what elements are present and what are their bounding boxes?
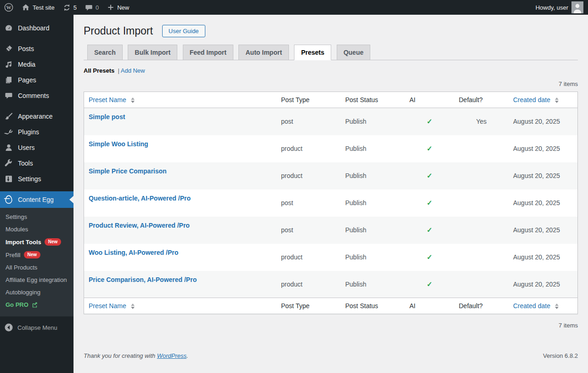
column-header-post-status: Post Status — [341, 92, 405, 108]
cell-post-type: product — [277, 162, 341, 189]
preset-link[interactable]: Simple post — [89, 113, 125, 121]
site-menu-item[interactable]: Test site — [17, 0, 59, 15]
comment-bubble-icon — [85, 4, 93, 11]
dashboard-icon — [4, 23, 13, 33]
preset-link[interactable]: Product Review, AI-Powered /Pro — [89, 222, 190, 229]
sidebar-item-appearance[interactable]: Appearance — [0, 109, 74, 124]
sidebar-item-label: Plugins — [18, 128, 39, 136]
admin-footer: Thank you for creating with WordPress. V… — [84, 352, 578, 359]
column-header-post-type: Post Type — [277, 92, 341, 108]
version-text: Version 6.8.2 — [543, 352, 578, 359]
updates-menu-item[interactable]: 5 — [59, 0, 81, 15]
collapse-menu-button[interactable]: Collapse Menu — [0, 319, 74, 336]
external-link-icon — [32, 302, 38, 308]
cell-created-date: August 20, 2025 — [509, 162, 578, 189]
submenu-item-prefill[interactable]: Prefill New — [0, 248, 74, 261]
add-new-link[interactable]: Add New — [121, 67, 145, 74]
content-egg-icon — [4, 194, 13, 205]
sort-indicator-icon — [131, 304, 135, 309]
sidebar-item-dashboard[interactable]: Dashboard — [0, 20, 74, 36]
sidebar-item-label: Settings — [18, 175, 41, 183]
view-all-presets[interactable]: All Presets — [84, 67, 114, 74]
cell-default: Yes — [454, 108, 509, 135]
comment-icon — [4, 91, 13, 100]
preset-link[interactable]: Simple Price Comparison — [89, 167, 167, 175]
footer-thanks-text: Thank you for creating with — [84, 352, 157, 359]
tab-search[interactable]: Search — [87, 45, 123, 60]
submenu-item-import-tools[interactable]: Import Tools New — [0, 235, 74, 248]
submenu-item-settings[interactable]: Settings — [0, 211, 74, 223]
sidebar-item-posts[interactable]: Posts — [0, 41, 74, 57]
sidebar-item-tools[interactable]: Tools — [0, 155, 74, 171]
updates-count: 5 — [74, 4, 77, 11]
presets-table: Preset Name Post Type Post Status AI Def… — [84, 92, 578, 314]
wordpress-logo-icon[interactable]: W — [0, 0, 17, 15]
plug-icon — [4, 127, 13, 137]
cell-created-date: August 20, 2025 — [509, 244, 578, 271]
cell-created-date: August 20, 2025 — [509, 189, 578, 217]
submenu-item-all-products[interactable]: All Products — [0, 261, 74, 274]
cell-created-date: August 20, 2025 — [509, 217, 578, 244]
preset-link[interactable]: Simple Woo Listing — [89, 140, 148, 148]
sidebar-item-users[interactable]: Users — [0, 140, 74, 155]
comments-menu-item[interactable]: 0 — [81, 0, 103, 15]
admin-sidebar: Dashboard Posts Media Pa — [0, 15, 74, 373]
column-footer-default: Default? — [454, 298, 509, 314]
cell-post-type: post — [277, 108, 341, 135]
avatar[interactable] — [571, 1, 583, 13]
column-footer-ai: AI — [405, 298, 454, 314]
collapse-menu-label: Collapse Menu — [17, 324, 57, 331]
sidebar-item-label: Media — [18, 61, 35, 68]
sidebar-item-label: Posts — [18, 45, 34, 52]
tab-presets[interactable]: Presets — [294, 45, 331, 60]
ai-check-icon: ✓ — [427, 226, 433, 234]
sidebar-item-media[interactable]: Media — [0, 57, 74, 72]
sidebar-item-label: Comments — [18, 92, 49, 99]
submenu-item-modules[interactable]: Modules — [0, 223, 74, 235]
column-footer-post-type: Post Type — [277, 298, 341, 314]
sidebar-item-pages[interactable]: Pages — [0, 72, 74, 88]
cell-post-type: post — [277, 189, 341, 217]
wordpress-link[interactable]: WordPress — [157, 352, 187, 359]
sidebar-item-plugins[interactable]: Plugins — [0, 124, 74, 140]
user-guide-button[interactable]: User Guide — [162, 25, 205, 37]
home-icon — [22, 3, 30, 11]
submenu-item-autoblogging[interactable]: Autoblogging — [0, 286, 74, 298]
new-label: New — [117, 4, 129, 11]
sidebar-item-label: Tools — [18, 160, 33, 167]
tab-bulk-import[interactable]: Bulk Import — [128, 45, 177, 60]
cell-default — [454, 271, 509, 298]
column-footer-post-status: Post Status — [341, 298, 405, 314]
cell-default — [454, 244, 509, 271]
new-menu-item[interactable]: New — [103, 0, 133, 15]
column-footer-preset-name[interactable]: Preset Name — [84, 298, 277, 314]
preset-link[interactable]: Question-article, AI-Powered /Pro — [89, 195, 191, 202]
sidebar-item-comments[interactable]: Comments — [0, 88, 74, 103]
tab-queue[interactable]: Queue — [337, 45, 371, 60]
content-egg-submenu: Settings Modules Import Tools New Prefil… — [0, 208, 74, 316]
pages-icon — [4, 75, 13, 85]
tab-auto-import[interactable]: Auto Import — [238, 45, 288, 60]
column-footer-created-date[interactable]: Created date — [509, 298, 578, 314]
sidebar-item-settings[interactable]: Settings — [0, 171, 74, 187]
column-header-created-date[interactable]: Created date — [509, 92, 578, 108]
site-name: Test site — [33, 4, 55, 11]
collapse-arrow-icon — [4, 323, 13, 332]
cell-post-status: Publish — [341, 217, 405, 244]
column-header-preset-name[interactable]: Preset Name — [84, 92, 277, 108]
ai-check-icon: ✓ — [427, 117, 433, 125]
updates-icon — [63, 4, 71, 11]
preset-link[interactable]: Price Comparison, AI-Powered /Pro — [89, 276, 197, 283]
my-account-menu-item[interactable]: Howdy, user — [532, 0, 571, 15]
new-badge: New — [24, 251, 41, 258]
table-header-row: Preset Name Post Type Post Status AI Def… — [84, 92, 578, 108]
sidebar-item-content-egg[interactable]: Content Egg — [0, 191, 74, 208]
submenu-item-go-pro[interactable]: Go PRO — [0, 298, 74, 311]
cell-created-date: August 20, 2025 — [509, 108, 578, 135]
submenu-item-affiliate-egg-integration[interactable]: Affiliate Egg integration — [0, 274, 74, 286]
items-count-top: 7 items — [84, 80, 578, 87]
tab-feed-import[interactable]: Feed Import — [183, 45, 233, 60]
cell-default — [454, 217, 509, 244]
table-footer-row: Preset Name Post Type Post Status AI Def… — [84, 298, 578, 314]
preset-link[interactable]: Woo Listing, AI-Powered /Pro — [89, 249, 178, 256]
